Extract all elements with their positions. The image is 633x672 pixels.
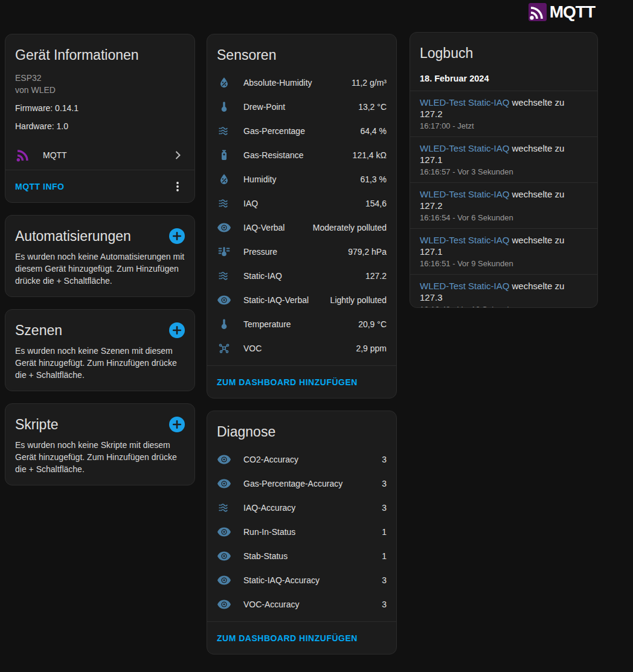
logbook-timestamp: 16:16:51 - Vor 9 Sekunden xyxy=(420,259,588,268)
dots-vertical-icon[interactable] xyxy=(170,179,185,194)
sensor-label: Temperature xyxy=(243,319,346,329)
diagnostic-row[interactable]: IAQ-Accuracy 3 xyxy=(217,496,387,520)
logbook-entry[interactable]: WLED-Test Static-IAQ wechselte zu 127.2 … xyxy=(410,91,597,136)
logbook-entity-link[interactable]: WLED-Test Static-IAQ xyxy=(420,97,512,107)
scenes-title: Szenen xyxy=(15,322,62,339)
diagnostics-title: Diagnose xyxy=(217,423,387,440)
sensors-add-to-dashboard-button[interactable]: ZUM DASHBOARD HINZUFÜGEN xyxy=(217,377,358,387)
diagnostic-row[interactable]: Run-In-Status 1 xyxy=(217,520,387,544)
water-percent-icon xyxy=(217,75,231,90)
sensor-row[interactable]: Drew-Point 13,2 °C xyxy=(217,95,387,119)
diagnostic-row[interactable]: Static-IAQ-Accuracy 3 xyxy=(217,568,387,592)
logbook-entity-link[interactable]: WLED-Test Static-IAQ xyxy=(420,235,512,245)
sensor-row[interactable]: Gas-Resistance 121,4 kΩ xyxy=(217,143,387,167)
diagnostic-label: CO2-Accuracy xyxy=(243,455,370,464)
diagnostic-row[interactable]: Stab-Status 1 xyxy=(217,544,387,568)
logbook-timestamp: 16:16:54 - Vor 6 Sekunden xyxy=(420,213,588,222)
device-info-card: Gerät Informationen ESP32 von WLED Firmw… xyxy=(5,34,195,203)
automations-title: Automatisierungen xyxy=(15,228,131,245)
scripts-title: Skripte xyxy=(15,416,59,433)
diagnostic-label: IAQ-Accuracy xyxy=(243,503,370,513)
air-filter-icon xyxy=(217,124,231,138)
add-automation-button[interactable] xyxy=(169,228,185,244)
sensor-value: 64,4 % xyxy=(360,126,387,136)
diagnostic-value: 3 xyxy=(382,600,387,609)
sensor-row[interactable]: Gas-Percentage 64,4 % xyxy=(217,119,387,143)
chevron-right-icon xyxy=(170,148,185,162)
mqtt-info-button[interactable]: MQTT INFO xyxy=(15,182,65,191)
sensor-label: Gas-Resistance xyxy=(243,150,341,160)
sensor-value: 121,4 kΩ xyxy=(353,150,387,160)
diagnostic-value: 1 xyxy=(382,527,387,537)
sensor-label: Drew-Point xyxy=(243,102,346,112)
mqtt-integration-logo[interactable]: MQTT xyxy=(529,2,595,22)
sensor-row[interactable]: Pressure 979,2 hPa xyxy=(217,240,387,264)
sensor-row[interactable]: IAQ 154,6 xyxy=(217,191,387,216)
logbook-entry[interactable]: WLED-Test Static-IAQ wechselte zu 127.1 … xyxy=(410,228,597,274)
sensor-label: Static-IAQ xyxy=(243,271,353,281)
eye-icon xyxy=(217,597,231,612)
right-column: Logbuch 18. Februar 2024 WLED-Test Stati… xyxy=(410,32,598,308)
sensor-row[interactable]: IAQ-Verbal Moderately polluted xyxy=(217,216,387,240)
sensor-row[interactable]: Absolute-Humidity 11,2 g/m³ xyxy=(217,71,387,95)
sensor-value: Lightly polluted xyxy=(330,295,387,305)
diagnostic-rows: CO2-Accuracy 3 Gas-Percentage-Accuracy 3… xyxy=(217,447,387,616)
sensor-label: Pressure xyxy=(243,247,336,257)
scenes-card: Szenen Es wurden noch keine Szenen mit d… xyxy=(5,309,195,391)
sensor-row[interactable]: VOC 2,9 ppm xyxy=(217,336,387,360)
brand-text: MQTT xyxy=(550,2,595,22)
thermometer-icon xyxy=(217,100,231,114)
diagnostic-label: Stab-Status xyxy=(243,551,370,561)
logbook-timestamp: 16:16:48 - Vor 12 Sekunden xyxy=(420,305,588,308)
integration-label: MQTT xyxy=(43,150,157,160)
air-filter-icon xyxy=(217,501,231,515)
sensor-value: 61,3 % xyxy=(360,174,387,184)
logbook-entry[interactable]: WLED-Test Static-IAQ wechselte zu 127.1 … xyxy=(410,136,597,182)
diagnostic-value: 1 xyxy=(382,551,387,561)
sensor-value: 979,2 hPa xyxy=(348,247,387,257)
logbook-timestamp: 16:17:00 - Jetzt xyxy=(420,121,588,130)
diagnostic-label: VOC-Accuracy xyxy=(243,600,370,609)
device-manufacturer: von WLED xyxy=(15,84,185,96)
device-info-title: Gerät Informationen xyxy=(15,46,185,63)
diagnostic-row[interactable]: Gas-Percentage-Accuracy 3 xyxy=(217,472,387,496)
diagnostics-add-to-dashboard-button[interactable]: ZUM DASHBOARD HINZUFÜGEN xyxy=(217,633,358,643)
logbook-entry[interactable]: WLED-Test Static-IAQ wechselte zu 127.2 … xyxy=(410,182,597,228)
eye-icon xyxy=(217,293,231,307)
eye-icon xyxy=(217,525,231,539)
gas-cylinder-icon xyxy=(217,148,231,162)
sensor-value: 13,2 °C xyxy=(358,102,387,112)
logbook-date-header: 18. Februar 2024 xyxy=(420,74,588,91)
add-script-button[interactable] xyxy=(169,417,185,432)
sensor-label: Humidity xyxy=(243,174,348,184)
diagnostic-label: Run-In-Status xyxy=(243,527,370,537)
sensor-row[interactable]: Static-IAQ-Verbal Lightly polluted xyxy=(217,288,387,312)
sensors-card: Sensoren Absolute-Humidity 11,2 g/m³ Dre… xyxy=(207,34,397,398)
diagnostic-value: 3 xyxy=(382,503,387,513)
sensor-row[interactable]: Humidity 61,3 % xyxy=(217,167,387,191)
eye-icon xyxy=(217,452,231,467)
diagnostic-row[interactable]: CO2-Accuracy 3 xyxy=(217,447,387,472)
sensor-label: IAQ xyxy=(243,199,353,208)
logbook-entity-link[interactable]: WLED-Test Static-IAQ xyxy=(420,143,512,153)
scripts-card: Skripte Es wurden noch keine Skripte mit… xyxy=(5,403,195,485)
middle-column: Sensoren Absolute-Humidity 11,2 g/m³ Dre… xyxy=(207,34,397,654)
left-column: Gerät Informationen ESP32 von WLED Firmw… xyxy=(5,34,195,485)
diagnostic-row[interactable]: VOC-Accuracy 3 xyxy=(217,592,387,616)
mqtt-logo-icon xyxy=(529,3,547,21)
integration-row-mqtt[interactable]: MQTT xyxy=(15,141,185,170)
sensor-value: 11,2 g/m³ xyxy=(352,78,387,88)
sensor-value: 154,6 xyxy=(365,199,387,208)
air-filter-icon xyxy=(217,196,231,211)
sensor-row[interactable]: Temperature 20,9 °C xyxy=(217,312,387,336)
logbook-entity-link[interactable]: WLED-Test Static-IAQ xyxy=(420,189,512,199)
sensor-value: Moderately polluted xyxy=(313,223,387,232)
eye-icon xyxy=(217,573,231,587)
sensor-label: IAQ-Verbal xyxy=(243,223,301,232)
sensor-row[interactable]: Static-IAQ 127.2 xyxy=(217,264,387,288)
logbook-entry[interactable]: WLED-Test Static-IAQ wechselte zu 127.3 … xyxy=(410,274,597,308)
add-scene-button[interactable] xyxy=(169,322,185,338)
sensor-rows: Absolute-Humidity 11,2 g/m³ Drew-Point 1… xyxy=(217,71,387,360)
eye-icon xyxy=(217,476,231,491)
logbook-entity-link[interactable]: WLED-Test Static-IAQ xyxy=(420,281,512,291)
